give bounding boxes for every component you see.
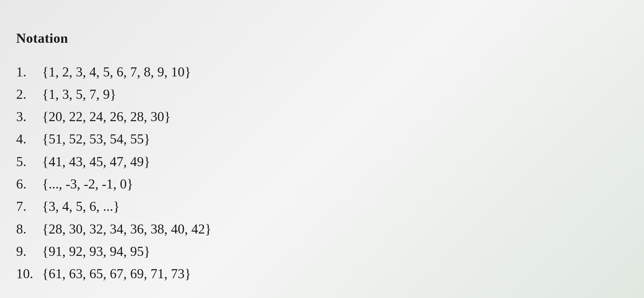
problem-set: {20, 22, 24, 26, 28, 30}: [42, 106, 171, 128]
problem-set: {28, 30, 32, 34, 36, 38, 40, 42}: [42, 218, 211, 240]
problem-number: 10.: [16, 263, 42, 285]
problem-set: {1, 3, 5, 7, 9}: [42, 83, 116, 106]
problem-set: {3, 4, 5, 6, ...}: [42, 195, 120, 218]
problem-number: 7.: [16, 195, 42, 218]
list-item: 8.{28, 30, 32, 34, 36, 38, 40, 42}: [16, 218, 625, 240]
problem-number: 6.: [16, 173, 42, 195]
list-item: 2.{1, 3, 5, 7, 9}: [16, 83, 625, 106]
problem-number: 1.: [16, 61, 42, 83]
problem-set: {41, 43, 45, 47, 49}: [42, 151, 150, 173]
problem-set: {91, 92, 93, 94, 95}: [42, 240, 150, 263]
list-item: 10.{61, 63, 65, 67, 69, 71, 73}: [16, 263, 625, 285]
list-item: 6.{..., -3, -2, -1, 0}: [16, 173, 625, 195]
list-item: 7.{3, 4, 5, 6, ...}: [16, 195, 625, 218]
instruction-text: Notation: [16, 10, 625, 48]
list-item: 4.{51, 52, 53, 54, 55}: [16, 128, 625, 150]
problem-number: 5.: [16, 151, 42, 173]
list-item: 3.{20, 22, 24, 26, 28, 30}: [16, 106, 625, 128]
problem-number: 4.: [16, 128, 42, 150]
problem-set: {51, 52, 53, 54, 55}: [42, 128, 150, 150]
problem-set: {61, 63, 65, 67, 69, 71, 73}: [42, 263, 191, 285]
content-area: Notation 1.{1, 2, 3, 4, 5, 6, 7, 8, 9, 1…: [0, 0, 644, 295]
problems-list: 1.{1, 2, 3, 4, 5, 6, 7, 8, 9, 10}2.{1, 3…: [16, 61, 625, 285]
list-item: 5.{41, 43, 45, 47, 49}: [16, 151, 625, 173]
problem-number: 3.: [16, 106, 42, 128]
problem-number: 9.: [16, 240, 42, 263]
list-item: 9.{91, 92, 93, 94, 95}: [16, 240, 625, 263]
problem-number: 2.: [16, 83, 42, 106]
instruction-notation: Notation: [16, 31, 68, 46]
list-item: 1.{1, 2, 3, 4, 5, 6, 7, 8, 9, 10}: [16, 61, 625, 83]
problem-set: {..., -3, -2, -1, 0}: [42, 173, 133, 195]
problem-set: {1, 2, 3, 4, 5, 6, 7, 8, 9, 10}: [42, 61, 191, 83]
problem-number: 8.: [16, 218, 42, 240]
